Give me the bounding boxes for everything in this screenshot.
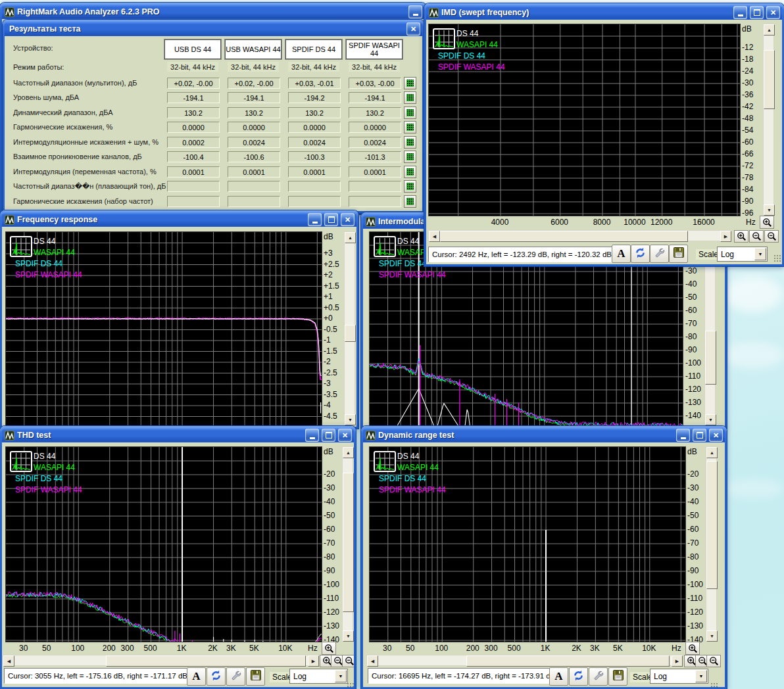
scroll-thumb[interactable]	[440, 231, 688, 242]
scroll-down-button[interactable]: ▼	[764, 204, 775, 216]
row-detail-button[interactable]	[404, 121, 416, 133]
titlebar-imd[interactable]: IMD (swept frequency) ✕	[426, 5, 782, 20]
refresh-button[interactable]	[631, 245, 650, 263]
close-button[interactable]: ✕	[338, 429, 352, 442]
vertical-scrollbar[interactable]: ▲▼	[344, 231, 355, 425]
dropdown-arrow-button[interactable]: ▼	[335, 670, 347, 682]
device-header-button[interactable]: USB DS 44	[164, 39, 221, 59]
scroll-thumb[interactable]	[466, 655, 670, 667]
row-detail-button[interactable]	[404, 151, 416, 163]
scale-dropdown[interactable]: Log▼	[717, 247, 768, 262]
zoom-in-vertical-button[interactable]	[685, 642, 700, 655]
scroll-left-button[interactable]: ◀	[429, 231, 440, 242]
minimize-button[interactable]	[676, 429, 690, 442]
minimize-button[interactable]	[305, 429, 319, 442]
vertical-scrollbar[interactable]: ▲▼	[342, 446, 353, 641]
maximize-button[interactable]	[322, 429, 335, 442]
resize-grip[interactable]	[710, 682, 718, 687]
save-button[interactable]	[608, 667, 627, 686]
y-axis-unit: dB	[324, 447, 333, 456]
close-button[interactable]: ✕	[766, 6, 780, 19]
minimize-button[interactable]	[308, 213, 322, 226]
minimize-button[interactable]	[408, 5, 422, 18]
resize-grip[interactable]	[773, 254, 781, 262]
scroll-left-button[interactable]: ◀	[3, 655, 14, 667]
row-detail-button[interactable]	[404, 107, 416, 119]
scale-dropdown[interactable]: Log▼	[289, 669, 348, 684]
row-detail-button[interactable]	[404, 166, 416, 178]
y-tick-label: -40	[324, 497, 335, 506]
refresh-button[interactable]	[207, 667, 226, 686]
titlebar-frequency-response[interactable]: Frequency response ✕	[2, 212, 356, 227]
zoom-in-vertical-button[interactable]	[322, 642, 336, 655]
titlebar-thd[interactable]: THD test ✕	[2, 428, 354, 442]
vertical-scrollbar[interactable]: ▲▼	[763, 24, 774, 215]
thd-plot-canvas[interactable]: USB DS 44USB WASAPI 44SPDIF DS 44SPDIF W…	[5, 446, 322, 642]
scroll-down-button[interactable]: ▼	[345, 414, 356, 425]
maximize-button[interactable]	[324, 213, 338, 226]
settings-wrench-button[interactable]	[650, 245, 669, 263]
imd-plot-canvas[interactable]: USB DS 44USB WASAPI 44SPDIF DS 44SPDIF W…	[428, 24, 741, 216]
close-button[interactable]: ✕	[341, 213, 355, 226]
settings-wrench-button[interactable]	[226, 667, 245, 686]
scroll-thumb[interactable]	[106, 655, 306, 667]
titlebar-dynamic-range[interactable]: Dynamic range test ✕	[363, 428, 725, 442]
zoom-in-button[interactable]	[734, 230, 748, 243]
scroll-right-button[interactable]: ▶	[672, 655, 683, 667]
font-button[interactable]: A	[612, 245, 631, 263]
scroll-up-button[interactable]: ▲	[706, 447, 718, 458]
zoom-reset-button[interactable]	[764, 230, 779, 243]
scroll-up-button[interactable]: ▲	[345, 232, 356, 243]
row-detail-button[interactable]	[404, 77, 416, 89]
horizontal-scrollbar[interactable]: ◀▶	[428, 230, 731, 241]
vertical-scrollbar[interactable]: ▲▼	[706, 446, 717, 641]
scroll-left-button[interactable]: ◀	[367, 655, 378, 667]
zoom-reset-button[interactable]	[342, 655, 354, 667]
row-detail-button[interactable]	[404, 195, 416, 208]
freq-plot-canvas[interactable]: USB DS 44USB WASAPI 44SPDIF DS 44SPDIF W…	[5, 231, 322, 427]
titlebar-main[interactable]: RightMark Audio Analyzer 6.2.3 PRO	[2, 5, 424, 19]
scroll-up-button[interactable]: ▲	[343, 447, 354, 458]
scroll-thumb[interactable]	[706, 461, 718, 589]
dropdown-arrow-button[interactable]: ▼	[695, 670, 707, 682]
refresh-button[interactable]	[569, 667, 588, 686]
horizontal-scrollbar[interactable]: ◀▶	[366, 655, 682, 666]
dyn-plot-canvas[interactable]: USB DS 44USB WASAPI 44SPDIF DS 44SPDIF W…	[369, 446, 686, 642]
scroll-thumb[interactable]	[343, 473, 354, 612]
maximize-button[interactable]	[693, 429, 706, 442]
scroll-down-button[interactable]: ▼	[343, 630, 354, 642]
scroll-right-button[interactable]: ▶	[720, 231, 731, 242]
titlebar-results[interactable]: Результаты теста ✕	[5, 22, 422, 36]
zoom-in-vertical-button[interactable]	[760, 216, 774, 229]
scroll-thumb[interactable]	[764, 50, 775, 109]
scroll-thumb[interactable]	[345, 325, 356, 342]
device-header-button[interactable]: SPDIF DS 44	[285, 39, 342, 59]
row-detail-button[interactable]	[404, 136, 416, 149]
scroll-down-button[interactable]: ▼	[706, 630, 718, 642]
device-header-button[interactable]: USB WASAPI 44	[225, 39, 282, 59]
device-header-button[interactable]: SPDIF WASAPI 44	[346, 39, 403, 59]
save-button[interactable]	[669, 245, 688, 263]
font-button[interactable]: A	[187, 667, 206, 686]
scale-dropdown[interactable]: Log▼	[650, 669, 708, 684]
settings-wrench-button[interactable]	[589, 667, 608, 686]
maximize-button[interactable]	[750, 6, 764, 19]
y-tick-label: -90	[687, 566, 698, 575]
x-tick-label: 10K	[278, 644, 292, 653]
scroll-down-button[interactable]: ▼	[705, 414, 716, 425]
close-button[interactable]: ✕	[406, 22, 420, 36]
scroll-right-button[interactable]: ▶	[308, 655, 319, 667]
font-button[interactable]: A	[549, 667, 568, 686]
close-button[interactable]: ✕	[709, 429, 723, 442]
row-detail-button[interactable]	[404, 91, 416, 104]
zoom-out-button[interactable]	[749, 230, 764, 243]
dropdown-arrow-button[interactable]: ▼	[754, 248, 766, 260]
horizontal-scrollbar[interactable]: ◀▶	[3, 655, 318, 666]
scroll-up-button[interactable]: ▲	[764, 24, 775, 36]
minimize-button[interactable]	[733, 6, 747, 19]
save-button[interactable]	[246, 667, 265, 686]
scroll-thumb[interactable]	[705, 331, 716, 385]
resize-grip[interactable]	[347, 682, 354, 687]
row-detail-button[interactable]	[404, 180, 416, 193]
zoom-reset-button[interactable]	[706, 655, 721, 667]
